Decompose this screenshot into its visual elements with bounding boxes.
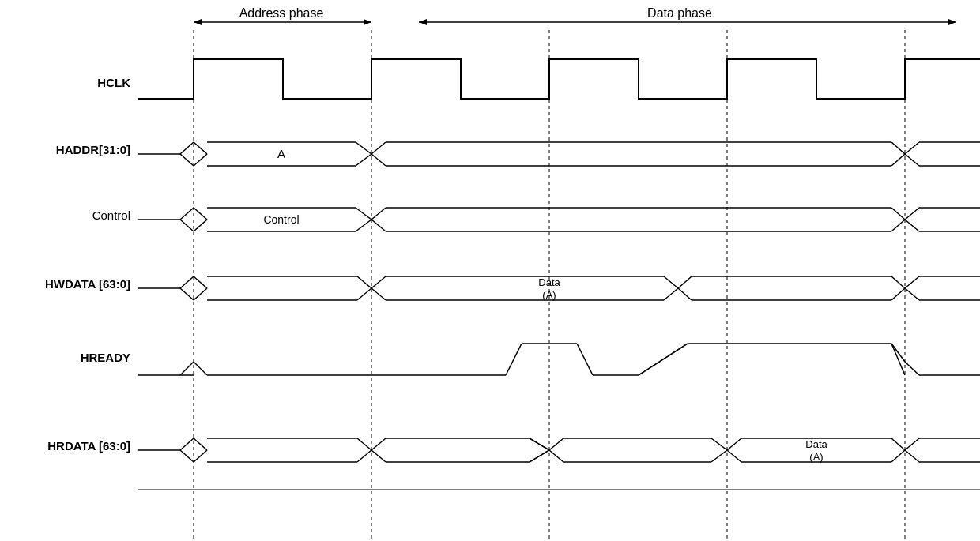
data-phase-label: Data phase [647, 6, 712, 20]
hrdata-label: HRDATA [63:0] [47, 439, 130, 453]
control-value: Control [263, 213, 299, 226]
svg-rect-0 [0, 0, 980, 541]
timing-diagram: Address phase Data phase HCLK HADDR[31:0… [0, 0, 980, 541]
address-phase-label: Address phase [239, 6, 324, 20]
hready-label: HREADY [81, 351, 130, 364]
control-label: Control [92, 209, 130, 222]
hclk-label: HCLK [97, 76, 130, 89]
hwdata-value-a-line2: (A) [542, 289, 556, 301]
haddr-label: HADDR[31:0] [56, 143, 130, 156]
hwdata-label: HWDATA [63:0] [45, 277, 130, 291]
haddr-value-a: A [277, 147, 285, 160]
hrdata-value-a-line2: (A) [809, 451, 823, 463]
hrdata-value-a-line1: Data [805, 438, 827, 450]
hwdata-value-a-line1: Data [538, 276, 560, 288]
